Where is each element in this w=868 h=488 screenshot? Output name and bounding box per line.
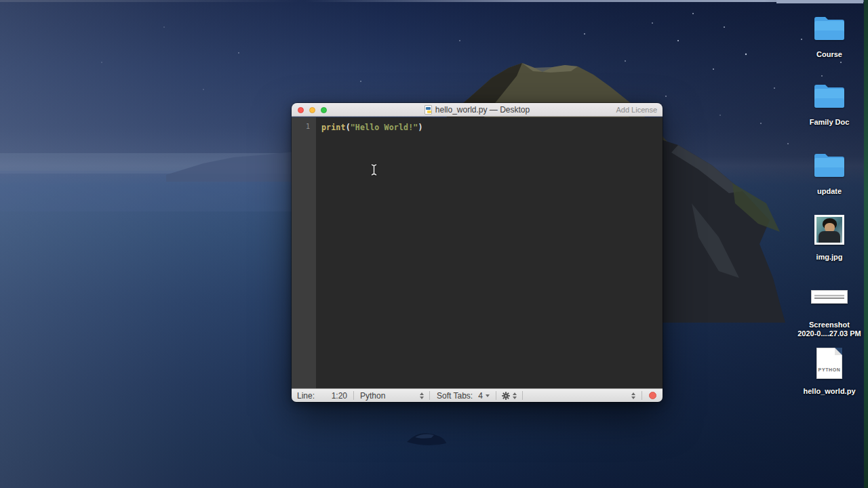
soft-tabs-value: 4 — [478, 391, 483, 401]
document-proxy-icon[interactable] — [425, 105, 432, 115]
gear-icon — [502, 392, 510, 400]
desktop-icon-label: Course — [816, 50, 842, 59]
desktop-icon-course[interactable]: Course — [795, 14, 863, 59]
language-selector[interactable]: Python — [360, 391, 424, 401]
stepper-icon — [420, 392, 424, 399]
chevron-down-icon — [486, 394, 490, 397]
symbol-selector[interactable] — [631, 392, 635, 399]
desktop-icon-screenshot[interactable]: Screenshot 2020-0....27.03 PM — [795, 283, 863, 338]
code-string: "Hello World!" — [351, 123, 418, 132]
soft-tabs-label: Soft Tabs: — [437, 391, 473, 401]
python-file-badge: PYTHON — [817, 367, 842, 372]
desktop-icon-img-jpg[interactable]: img.jpg — [795, 215, 863, 262]
window-titlebar[interactable]: hello_world.py — Desktop Add License — [292, 103, 663, 117]
stepper-icon — [513, 392, 517, 399]
line-number: 1 — [292, 117, 316, 130]
window-title: hello_world.py — Desktop — [435, 105, 530, 115]
code-keyword: print — [321, 123, 346, 132]
desktop-icon-label: hello_world.py — [803, 387, 855, 396]
folder-icon — [812, 14, 846, 43]
status-bar: Line: 1:20 Python Soft Tabs: 4 — [292, 388, 663, 402]
language-value: Python — [360, 391, 385, 401]
bundle-actions-button[interactable] — [502, 392, 517, 400]
desktop-icon-label: update — [817, 187, 842, 196]
editor-window: hello_world.py — Desktop Add License 1 p… — [292, 103, 663, 402]
folder-icon — [812, 150, 846, 180]
desktop: Course Family Doc update img.jpg — [0, 0, 868, 488]
desktop-icon-label: img.jpg — [816, 253, 842, 262]
screenshot-thumbnail-icon — [811, 290, 848, 304]
code-paren-close: ) — [418, 123, 422, 132]
top-edge-artifact-bright — [776, 0, 863, 3]
line-value: 1:20 — [315, 391, 347, 401]
desktop-icon-hello-world-py[interactable]: PYTHON hello_world.py — [795, 348, 863, 396]
window-title-area: hello_world.py — Desktop — [292, 103, 663, 117]
folder-icon — [812, 81, 846, 111]
line-label: Line: — [297, 391, 315, 401]
soft-tabs-selector[interactable]: 4 — [478, 391, 490, 401]
page-fold — [835, 348, 842, 355]
desktop-icon-update[interactable]: update — [795, 150, 863, 196]
code-editor[interactable]: 1 print("Hello World!") — [292, 117, 663, 388]
top-edge-artifact — [0, 0, 868, 2]
line-number-gutter: 1 — [292, 117, 316, 388]
code-paren-open: ( — [346, 123, 351, 132]
python-file-icon: PYTHON — [816, 348, 842, 379]
desktop-icon-label: Family Doc — [810, 118, 850, 127]
code-content: print("Hello World!") — [316, 117, 423, 388]
desktop-icon-family-doc[interactable]: Family Doc — [795, 81, 863, 127]
photo-thumbnail-icon — [814, 215, 844, 245]
stepper-icon — [631, 392, 635, 399]
video-artifact-strip — [864, 0, 868, 488]
add-license-button[interactable]: Add License — [616, 103, 657, 117]
macro-record-button[interactable] — [649, 392, 656, 399]
desktop-icon-label: Screenshot 2020-0....27.03 PM — [797, 321, 861, 338]
